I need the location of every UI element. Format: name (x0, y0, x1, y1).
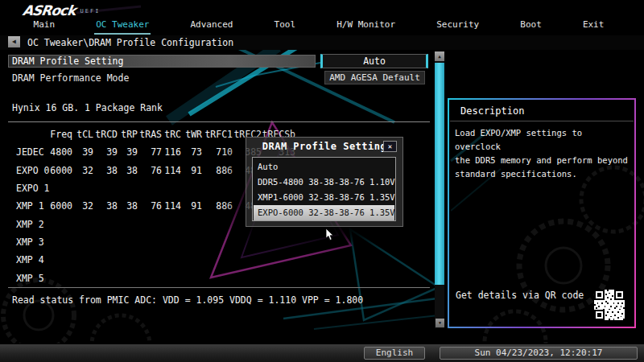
dram-profile-setting-value[interactable]: Auto (320, 54, 428, 68)
scrollbar-up-icon[interactable]: ▲ (435, 51, 444, 61)
menu-tab-tool[interactable]: Tool (273, 18, 298, 35)
qr-caption: Get details via QR code (456, 290, 584, 301)
cell: 38 (93, 200, 118, 212)
asrock-logo-text: ASRock (22, 2, 76, 19)
menu-bar: MainOC TweakerAdvancedToolH/W MonitorSec… (0, 18, 644, 35)
column-header: tRFC1 (202, 129, 233, 140)
dialog-option[interactable]: XMP1-6000 32-38-38-76 1.35V (254, 190, 394, 205)
cell: 4800 (45, 146, 72, 158)
cell: 39 (93, 146, 118, 158)
dialog-title: DRAM Profile Setting (246, 141, 402, 152)
dram-profile-dialog: DRAM Profile Setting ✕ AutoDDR5-4800 38-… (246, 137, 403, 227)
dialog-option[interactable]: DDR5-4800 38-38-38-76 1.10V (254, 175, 394, 190)
menu-tab-h-w-monitor[interactable]: H/W Monitor (335, 18, 397, 35)
description-title: Description (460, 105, 524, 117)
menu-tab-security[interactable]: Security (435, 18, 481, 35)
cell: 886 (202, 165, 233, 176)
table-row: XMP 5 (10, 269, 295, 286)
column-header: tRCD (93, 129, 118, 140)
cell: 76 (138, 200, 162, 212)
uefi-logo-text: UEFI (80, 8, 101, 14)
close-icon[interactable]: ✕ (383, 141, 397, 152)
cell: 32 (72, 200, 93, 212)
menu-tab-main[interactable]: Main (32, 18, 57, 35)
cell: 39 (72, 146, 93, 158)
breadcrumb-bar: ◀ OC Tweaker\DRAM Profile Configuration (0, 35, 644, 50)
cell: 91 (181, 200, 202, 212)
cell: 77 (138, 146, 162, 158)
dram-performance-mode-value[interactable]: AMD AGESA Default (324, 71, 425, 84)
dialog-option[interactable]: EXPO-6000 32-38-38-76 1.35V (254, 205, 394, 220)
uefi-screen: { "brand": { "name": "ASRock", "sub": "U… (0, 0, 644, 362)
row-label: XMP 3 (10, 237, 45, 248)
row-label: XMP 5 (10, 273, 45, 284)
setting-dram-performance-mode[interactable]: DRAM Performance Mode (12, 72, 129, 84)
row-label: EXPO 1 (10, 183, 45, 194)
cell: 73 (181, 146, 202, 158)
description-panel: Description Load EXPO/XMP settings to ov… (448, 98, 636, 328)
cell: 76 (138, 165, 162, 176)
cell: 38 (118, 165, 138, 176)
menu-tab-advanced[interactable]: Advanced (189, 18, 235, 35)
asrock-logo: ASRockUEFI (23, 2, 100, 19)
cell: 710 (202, 146, 233, 158)
row-label: JEDEC (10, 146, 45, 158)
memory-module-info: Hynix 16 GB. 1 Package Rank (12, 102, 163, 113)
cell: 32 (72, 165, 93, 176)
cell: 886 (202, 200, 233, 212)
cell: 91 (181, 165, 202, 176)
table-row: XMP 4 (10, 251, 295, 269)
cell: 6000 (45, 200, 72, 212)
divider-top (8, 121, 430, 122)
column-header: tWR (181, 129, 202, 140)
menu-tab-boot[interactable]: Boot (518, 18, 543, 35)
language-button[interactable]: English (364, 347, 425, 360)
divider-bottom (8, 287, 430, 288)
cell: 39 (118, 146, 138, 158)
back-arrow-icon: ◀ (12, 38, 16, 45)
cell: 38 (93, 165, 118, 176)
mouse-cursor-icon (325, 228, 336, 242)
row-label: XMP 1 (10, 200, 45, 212)
pmic-status-line: Read status from PMIC ADC: VDD = 1.095 V… (12, 294, 363, 306)
back-button[interactable]: ◀ (8, 36, 20, 47)
scrollbar-down-icon[interactable]: ▼ (436, 319, 444, 327)
breadcrumb: OC Tweaker\DRAM Profile Configuration (27, 37, 233, 48)
menu-tab-oc-tweaker[interactable]: OC Tweaker (94, 18, 151, 35)
row-label: XMP 2 (10, 219, 45, 230)
column-header: tRC (162, 129, 181, 140)
row-label: EXPO 0 (10, 165, 45, 176)
setting-dram-profile-setting[interactable]: DRAM Profile Setting (8, 55, 316, 68)
cell: 6000 (45, 165, 72, 176)
description-divider (450, 121, 634, 121)
dialog-option-list: AutoDDR5-4800 38-38-38-76 1.10VXMP1-6000… (252, 157, 396, 221)
cell: 38 (118, 200, 138, 212)
dialog-option[interactable]: Auto (254, 159, 394, 175)
qr-code-icon (594, 290, 625, 320)
description-body: Load EXPO/XMP settings to overclock the … (455, 126, 631, 181)
column-header: tCL (72, 129, 93, 140)
cell: 114 (162, 165, 181, 176)
table-row: XMP 3 (10, 233, 295, 251)
column-header: Freq (45, 129, 72, 140)
column-header: tRP (118, 129, 138, 140)
footer-bar: English Sun 04/23/2023, 12:20:17 (0, 343, 644, 362)
scrollbar-thumb[interactable] (435, 63, 444, 285)
row-label: XMP 4 (10, 254, 45, 265)
menu-tab-exit[interactable]: Exit (581, 18, 606, 35)
cell: 114 (162, 200, 181, 212)
cell: 116 (162, 146, 181, 158)
datetime-display: Sun 04/23/2023, 12:20:17 (440, 347, 638, 360)
column-header: tRAS (138, 129, 162, 140)
